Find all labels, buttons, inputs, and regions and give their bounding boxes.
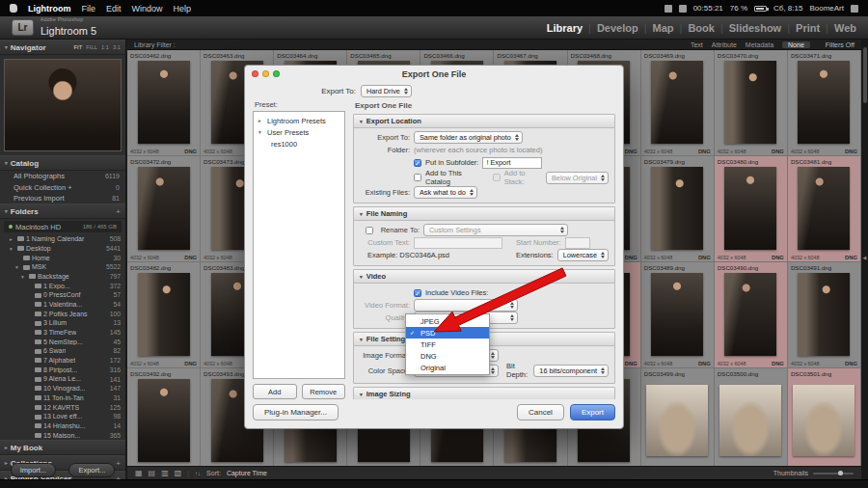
format-option-psd[interactable]: PSD — [406, 327, 489, 339]
menubar-user[interactable]: BoomeArt — [809, 4, 844, 13]
section-header[interactable]: ▾ Export Location — [354, 115, 614, 128]
menu-file[interactable]: File — [82, 4, 96, 14]
catalog-item-quick-collection[interactable]: Quick Collection +0 — [0, 181, 125, 192]
folder-item-12-kavrts[interactable]: 12 KAVRTS125 — [0, 403, 125, 413]
folder-item-msk[interactable]: ▾MSK5522 — [0, 262, 125, 272]
add-folder-button[interactable]: + — [116, 207, 121, 216]
preset-item-lightroom-presets[interactable]: ▸Lightroom Presets — [254, 115, 344, 126]
photo-cell[interactable]: DSC03489.dng4032 x 6048DNG — [641, 262, 715, 368]
folder-item-3-timefew[interactable]: 3 TimeFew145 — [0, 328, 125, 338]
zoom-window-icon[interactable] — [273, 70, 280, 77]
folder-item-home[interactable]: Home30 — [0, 254, 125, 263]
folder-item-desktop[interactable]: ▾Desktop5441 — [0, 244, 125, 254]
photo-cell[interactable]: DSC03482.dng4032 x 6048DNG — [127, 262, 201, 368]
remove-preset-button[interactable]: Remove — [302, 384, 346, 399]
slider-knob[interactable] — [838, 471, 843, 475]
extensions-select[interactable]: Lowercase — [557, 249, 609, 261]
thumbnail-size-slider[interactable] — [813, 473, 854, 474]
folder-item-15-maison[interactable]: 15 Maison...365 — [0, 431, 125, 441]
compare-view-icon[interactable]: ▥ — [161, 470, 169, 477]
section-header[interactable]: ▾ File Naming — [354, 207, 614, 221]
menu-help[interactable]: Help — [174, 4, 192, 14]
folder-item-9-alena-le[interactable]: 9 Alena Le...141 — [0, 374, 125, 384]
put-in-subfolder-checkbox[interactable] — [414, 159, 421, 167]
folder-item-2-pofiks-jeans[interactable]: 2 Pofiks Jeans100 — [0, 310, 125, 319]
photo-cell[interactable]: DSC03501.dng6048 x 4032DNG — [788, 368, 861, 466]
folder-item-1-valentina[interactable]: 1 Valentina...54 — [0, 300, 125, 310]
add-to-catalog-checkbox[interactable] — [414, 174, 421, 181]
bluetooth-icon[interactable] — [679, 5, 687, 13]
folder-item-3-lilium[interactable]: 3 Lilium13 — [0, 318, 125, 328]
module-book[interactable]: Book — [688, 22, 715, 34]
catalog-header[interactable]: ▾ Catalog — [0, 155, 125, 171]
folder-item-0-pressconf[interactable]: 0 PressConf57 — [0, 290, 125, 300]
photo-cell[interactable]: DSC03491.dng4032 x 6048DNG — [788, 262, 861, 368]
menubar-clock[interactable]: Сб, 8:15 — [773, 4, 802, 13]
photo-cell[interactable]: DSC03479.dng4032 x 6048DNG — [641, 156, 715, 262]
zoom-option-3-1[interactable]: 3:1 — [113, 44, 121, 50]
folder-item-1-naming-calendar[interactable]: ▸1 Naming Calendar508 — [0, 234, 125, 244]
photo-cell[interactable]: DSC03492.dng4032 x 6048DNG — [127, 368, 201, 466]
folder-item-8-pirtpost[interactable]: 8 Pirtpost...316 — [0, 366, 125, 375]
photo-cell[interactable]: DSC03499.dng6048 x 4032DNG — [641, 368, 715, 466]
apple-menu-icon[interactable] — [10, 4, 17, 13]
photo-cell[interactable]: DSC03470.dng4032 x 6048DNG — [715, 50, 788, 156]
navigator-header[interactable]: ▾ Navigator FITFILL1:13:1 — [0, 40, 125, 55]
display-icon[interactable] — [665, 5, 672, 13]
folders-header[interactable]: ▾ Folders + — [0, 203, 125, 219]
photo-cell[interactable]: DSC03471.dng4032 x 6048DNG — [788, 50, 861, 156]
photo-cell[interactable]: DSC03472.dng4032 x 6048DNG — [127, 156, 201, 262]
filter-tab-attribute[interactable]: Attribute — [712, 41, 737, 48]
survey-view-icon[interactable]: ▧ — [175, 470, 182, 477]
close-window-icon[interactable] — [252, 70, 258, 77]
module-web[interactable]: Web — [834, 22, 856, 34]
import-button[interactable]: Import... — [11, 463, 57, 477]
module-map[interactable]: Map — [653, 22, 674, 34]
add-to-stack-checkbox[interactable] — [493, 174, 501, 181]
section-header[interactable]: ▾ Image Sizing — [354, 388, 614, 399]
section-header[interactable]: ▾ Video — [354, 270, 614, 284]
module-slideshow[interactable]: Slideshow — [729, 22, 781, 34]
format-option-original[interactable]: Original — [406, 362, 489, 373]
export-button[interactable]: Export — [570, 404, 615, 420]
grid-view-icon[interactable]: ▦ — [135, 470, 143, 477]
existing-files-select[interactable]: Ask what to do — [414, 186, 477, 199]
plugin-manager-button[interactable]: Plug-in Manager... — [253, 404, 339, 420]
filter-tab-text[interactable]: Text — [691, 41, 703, 48]
filter-tab-none[interactable]: None — [782, 41, 810, 48]
folder-item-14-hrianshu[interactable]: 14 Hrianshu...14 — [0, 421, 125, 431]
preset-item-res1000[interactable]: res1000 — [254, 138, 344, 149]
menu-lightroom[interactable]: Lightroom — [28, 4, 71, 14]
add-preset-button[interactable]: Add — [253, 384, 297, 399]
stack-position-select[interactable]: Below Original — [546, 172, 609, 184]
zoom-option-fit[interactable]: FIT — [74, 44, 83, 50]
loupe-view-icon[interactable]: ▤ — [149, 470, 156, 477]
rename-template-select[interactable]: Custom Settings — [423, 224, 568, 236]
photo-cell[interactable]: DSC03481.dng4032 x 6048DNG — [788, 156, 861, 262]
format-option-jpeg[interactable]: JPEG — [406, 315, 489, 327]
menu-window[interactable]: Window — [132, 4, 163, 14]
photo-cell[interactable]: DSC03490.dng4032 x 6048DNG — [715, 262, 788, 368]
rename-checkbox[interactable] — [366, 227, 373, 234]
filmstrip-collapsed[interactable] — [0, 479, 868, 488]
format-option-tiff[interactable]: TIFF — [406, 339, 489, 350]
photo-cell[interactable]: DSC03480.dng4032 x 6048DNG — [715, 156, 788, 262]
module-library[interactable]: Library — [547, 22, 583, 34]
export-location-select[interactable]: Same folder as original photo — [414, 131, 523, 144]
preset-item-user-presets[interactable]: ▾User Presets — [254, 126, 344, 138]
photo-cell[interactable]: DSC03500.dng6048 x 4032DNG — [715, 368, 788, 466]
minimize-window-icon[interactable] — [262, 70, 269, 77]
zoom-option-1-1[interactable]: 1:1 — [101, 44, 109, 50]
folder-item-5-nemstep[interactable]: 5 NemStep...45 — [0, 338, 125, 347]
panel-collapse-icon[interactable]: ◀ — [861, 255, 868, 260]
sort-value-dropdown[interactable]: Capture Time — [227, 470, 267, 476]
bit-depth-select[interactable]: 16 bits/component — [533, 365, 609, 377]
custom-text-input[interactable] — [414, 237, 502, 249]
catalog-item-previous-import[interactable]: Previous Import81 — [0, 193, 125, 203]
folder-item-10-vinograd[interactable]: 10 Vinograd...147 — [0, 384, 125, 393]
export-panel-button[interactable]: Export... — [68, 463, 115, 477]
module-print[interactable]: Print — [796, 22, 820, 34]
catalog-item-all-photographs[interactable]: All Photographs6119 — [0, 171, 125, 181]
zoom-option-fill[interactable]: FILL — [86, 44, 97, 50]
folder-item-11-ton-in-tan[interactable]: 11 Ton-in-Tan31 — [0, 393, 125, 403]
